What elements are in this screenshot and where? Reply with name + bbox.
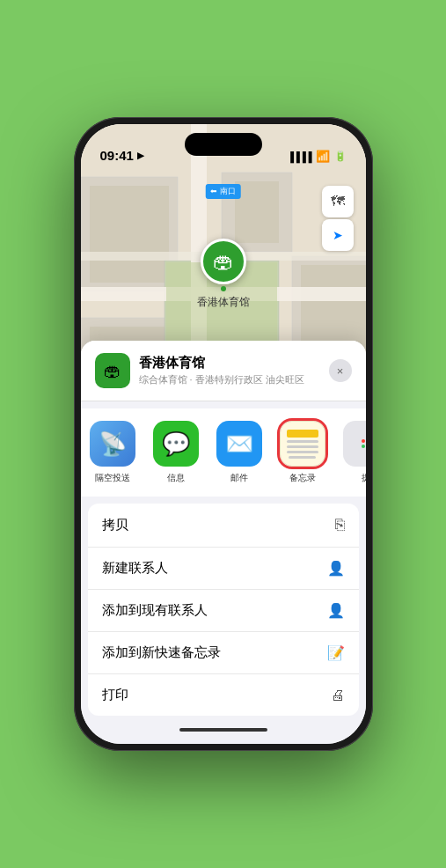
copy-icon: ⎘ bbox=[335, 516, 345, 534]
location-info: 香港体育馆 综合体育馆 · 香港特别行政区 油尖旺区 bbox=[139, 355, 320, 386]
add-note-icon: 📝 bbox=[327, 644, 345, 661]
map-controls[interactable]: 🗺 ➤ bbox=[322, 186, 354, 251]
map-south-gate-label: ⬅ 南口 bbox=[205, 184, 241, 199]
phone-frame: 09:41 ▶ ▐▐▐▐ 📶 🔋 bbox=[74, 117, 373, 751]
notes-header-line bbox=[287, 430, 318, 438]
messages-label: 信息 bbox=[167, 472, 185, 484]
compass-icon: ➤ bbox=[333, 228, 343, 242]
action-add-note[interactable]: 添加到新快速备忘录 📝 bbox=[88, 632, 359, 674]
phone-screen: 09:41 ▶ ▐▐▐▐ 📶 🔋 bbox=[81, 124, 366, 744]
close-icon: × bbox=[337, 364, 344, 378]
location-header: 🏟 香港体育馆 综合体育馆 · 香港特别行政区 油尖旺区 × bbox=[81, 341, 366, 401]
notes-label: 备忘录 bbox=[289, 472, 316, 484]
stadium-icon: 🏟 bbox=[213, 249, 234, 274]
map-pin: 🏟 香港体育馆 bbox=[197, 239, 250, 310]
time-display: 09:41 bbox=[100, 148, 134, 163]
add-contact-label: 添加到现有联系人 bbox=[102, 602, 208, 619]
signal-icon: ▐▐▐▐ bbox=[287, 151, 311, 162]
mail-label: 邮件 bbox=[230, 472, 248, 484]
more-label: 提 bbox=[362, 472, 366, 484]
venue-subtitle: 综合体育馆 · 香港特别行政区 油尖旺区 bbox=[139, 373, 320, 386]
location-indicator: ▶ bbox=[137, 151, 144, 160]
share-more[interactable]: 提 bbox=[334, 421, 366, 484]
more-dots-row2 bbox=[362, 445, 366, 448]
share-airdrop[interactable]: 📡 隔空投送 bbox=[81, 421, 144, 484]
venue-name: 香港体育馆 bbox=[139, 355, 320, 371]
battery-icon: 🔋 bbox=[334, 151, 347, 162]
action-copy[interactable]: 拷贝 ⎘ bbox=[88, 504, 359, 548]
home-bar bbox=[179, 728, 267, 732]
notes-icon-wrap bbox=[280, 421, 325, 467]
wifi-icon: 📶 bbox=[316, 150, 330, 163]
label-text: 南口 bbox=[220, 187, 236, 195]
dynamic-island bbox=[185, 133, 262, 156]
layers-icon: 🗺 bbox=[331, 194, 345, 210]
close-button[interactable]: × bbox=[329, 359, 352, 382]
svg-rect-4 bbox=[235, 181, 279, 243]
bottom-sheet: 🏟 香港体育馆 综合体育馆 · 香港特别行政区 油尖旺区 × 📡 隔空投送 bbox=[81, 341, 366, 744]
more-dots-row1 bbox=[362, 439, 366, 443]
status-icons: ▐▐▐▐ 📶 🔋 bbox=[287, 150, 346, 163]
dot-green bbox=[362, 445, 365, 448]
messages-symbol: 💬 bbox=[162, 430, 190, 458]
airdrop-icon: 📡 bbox=[90, 421, 135, 467]
notes-line-1 bbox=[287, 440, 318, 443]
status-time: 09:41 ▶ bbox=[100, 148, 144, 163]
more-icon-wrap bbox=[343, 421, 366, 467]
share-messages[interactable]: 💬 信息 bbox=[144, 421, 208, 484]
location-venue-icon: 🏟 bbox=[95, 353, 130, 388]
messages-icon: 💬 bbox=[153, 421, 199, 467]
mail-icon: ✉️ bbox=[216, 421, 262, 467]
new-contact-label: 新建联系人 bbox=[102, 560, 168, 577]
print-label: 打印 bbox=[102, 687, 128, 703]
share-row: 📡 隔空投送 💬 信息 ✉️ 邮件 bbox=[81, 408, 366, 497]
notes-line-2 bbox=[287, 445, 318, 448]
share-notes[interactable]: 备忘录 bbox=[271, 421, 334, 484]
dot-red bbox=[362, 439, 365, 443]
action-print[interactable]: 打印 🖨 bbox=[88, 674, 359, 716]
pin-dot bbox=[221, 286, 226, 291]
new-contact-icon: 👤 bbox=[327, 560, 345, 577]
action-new-contact[interactable]: 新建联系人 👤 bbox=[88, 548, 359, 590]
print-icon: 🖨 bbox=[331, 688, 345, 703]
notes-line-3 bbox=[287, 451, 318, 453]
notes-line-4 bbox=[289, 456, 316, 459]
add-note-label: 添加到新快速备忘录 bbox=[102, 644, 221, 661]
add-contact-icon: 👤 bbox=[327, 602, 345, 619]
layers-button[interactable]: 🗺 bbox=[322, 186, 354, 217]
airdrop-symbol: 📡 bbox=[99, 430, 127, 458]
pin-icon: 🏟 bbox=[201, 239, 246, 284]
copy-label: 拷贝 bbox=[102, 517, 128, 533]
action-list: 拷贝 ⎘ 新建联系人 👤 添加到现有联系人 👤 添加到新快速备忘录 📝 打印 bbox=[88, 504, 359, 716]
location-button[interactable]: ➤ bbox=[322, 219, 354, 251]
svg-rect-2 bbox=[90, 186, 169, 283]
share-mail[interactable]: ✉️ 邮件 bbox=[208, 421, 271, 484]
pin-label: 香港体育馆 bbox=[197, 295, 250, 310]
label-arrow: ⬅ bbox=[210, 187, 217, 195]
venue-emoji: 🏟 bbox=[104, 361, 121, 381]
home-indicator-area bbox=[81, 716, 366, 744]
mail-symbol: ✉️ bbox=[225, 430, 253, 458]
airdrop-label: 隔空投送 bbox=[95, 472, 130, 484]
action-add-to-contact[interactable]: 添加到现有联系人 👤 bbox=[88, 590, 359, 632]
